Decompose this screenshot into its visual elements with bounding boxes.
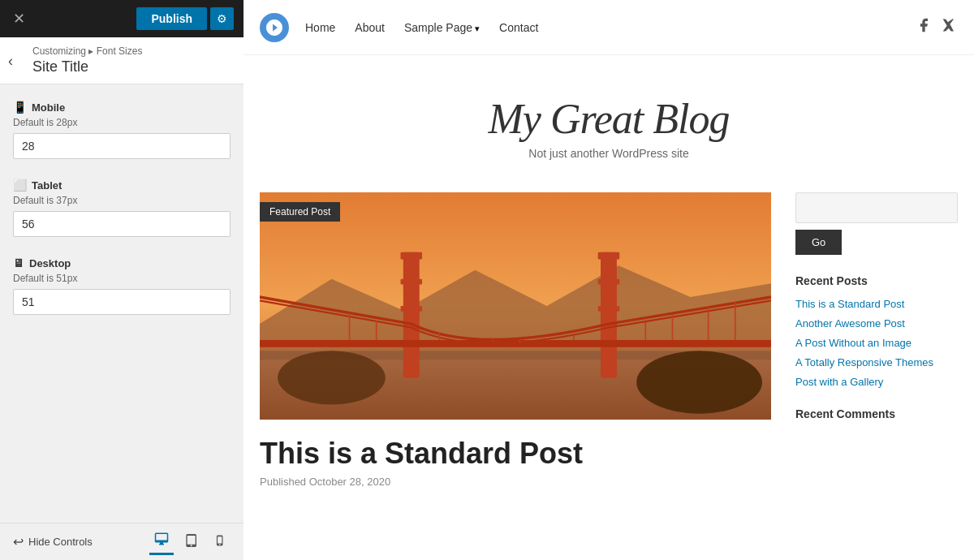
desktop-section: 🖥 Desktop Default is 51px bbox=[13, 256, 231, 315]
featured-image-wrapper: Featured Post bbox=[260, 192, 771, 420]
svg-rect-8 bbox=[598, 252, 620, 260]
close-button[interactable]: ✕ bbox=[10, 6, 28, 31]
publish-area: Publish ⚙ bbox=[136, 7, 234, 30]
list-item: A Post Without an Image bbox=[795, 336, 958, 349]
customizer-panel: ✕ Publish ⚙ ‹ Customizing ▸ Font Sizes S… bbox=[0, 0, 244, 560]
mobile-size-input[interactable] bbox=[13, 133, 231, 159]
bridge-image bbox=[260, 192, 771, 420]
recent-posts-title: Recent Posts bbox=[795, 274, 958, 287]
svg-rect-4 bbox=[401, 252, 423, 260]
tablet-view-button[interactable] bbox=[180, 530, 203, 554]
recent-post-link-2[interactable]: Another Awesome Post bbox=[795, 317, 905, 330]
svg-rect-10 bbox=[598, 306, 620, 312]
hide-controls-label: Hide Controls bbox=[28, 536, 93, 548]
recent-comments-title: Recent Comments bbox=[795, 407, 958, 420]
tablet-icon: ⬜ bbox=[13, 179, 27, 192]
mobile-icon: 📱 bbox=[13, 101, 27, 114]
nav-home[interactable]: Home bbox=[305, 21, 335, 34]
list-item: This is a Standard Post bbox=[795, 297, 958, 310]
facebook-icon[interactable] bbox=[916, 17, 932, 37]
svg-rect-5 bbox=[401, 279, 423, 285]
svg-rect-3 bbox=[403, 252, 420, 378]
tablet-section: ⬜ Tablet Default is 37px bbox=[13, 179, 231, 237]
mobile-view-button[interactable] bbox=[209, 530, 231, 554]
svg-rect-11 bbox=[260, 340, 771, 347]
svg-rect-9 bbox=[598, 279, 620, 285]
circle-arrow-icon: ↩ bbox=[13, 534, 24, 549]
post-meta: Published October 28, 2020 bbox=[260, 476, 771, 488]
main-content: Featured Post bbox=[244, 192, 974, 517]
sidebar-search-input[interactable] bbox=[795, 192, 958, 223]
desktop-view-button[interactable] bbox=[149, 528, 174, 555]
nav-contact[interactable]: Contact bbox=[499, 21, 538, 34]
breadcrumb-arrow: ▸ bbox=[88, 45, 96, 57]
tablet-size-input[interactable] bbox=[13, 211, 231, 237]
list-item: Another Awesome Post bbox=[795, 317, 958, 330]
publish-button[interactable]: Publish bbox=[136, 7, 207, 30]
nav-social bbox=[916, 17, 958, 37]
social-x-icon[interactable] bbox=[942, 17, 958, 37]
svg-point-24 bbox=[278, 351, 386, 404]
tablet-text: Tablet bbox=[32, 179, 62, 192]
site-title: My Great Blog bbox=[260, 96, 958, 142]
bottom-bar: ↩ Hide Controls bbox=[0, 523, 244, 560]
breadcrumb-customizing: Customizing bbox=[32, 45, 86, 57]
section-title: Site Title bbox=[32, 58, 231, 75]
breadcrumb-sub: Font Sizes bbox=[97, 45, 143, 57]
nav-sample-page[interactable]: Sample Page bbox=[404, 21, 472, 34]
site-nav: Home About Sample Page Contact bbox=[244, 0, 974, 55]
list-item: Post with a Gallery bbox=[795, 375, 958, 388]
preview-area: Home About Sample Page Contact My Great … bbox=[244, 0, 974, 560]
recent-post-link-4[interactable]: A Totally Responsive Themes bbox=[795, 356, 933, 368]
sidebar: Go Recent Posts This is a Standard Post … bbox=[795, 192, 958, 501]
svg-point-25 bbox=[636, 351, 762, 413]
site-logo bbox=[260, 13, 289, 42]
content-primary: Featured Post bbox=[260, 192, 771, 501]
desktop-icon: 🖥 bbox=[13, 256, 24, 269]
breadcrumb-section: ‹ Customizing ▸ Font Sizes Site Title bbox=[0, 37, 244, 84]
top-bar: ✕ Publish ⚙ bbox=[0, 0, 244, 37]
gear-button[interactable]: ⚙ bbox=[210, 7, 234, 30]
desktop-text: Desktop bbox=[29, 257, 71, 269]
desktop-default: Default is 51px bbox=[13, 273, 231, 284]
recent-post-link-1[interactable]: This is a Standard Post bbox=[795, 298, 904, 310]
desktop-label: 🖥 Desktop bbox=[13, 256, 231, 269]
svg-rect-7 bbox=[601, 252, 617, 378]
svg-rect-6 bbox=[401, 306, 423, 312]
featured-image bbox=[260, 192, 771, 420]
site-header: My Great Blog Not just another WordPress… bbox=[244, 55, 974, 192]
breadcrumb: Customizing ▸ Font Sizes bbox=[32, 45, 231, 57]
hide-controls-button[interactable]: ↩ Hide Controls bbox=[13, 534, 93, 549]
recent-posts-list: This is a Standard Post Another Awesome … bbox=[795, 297, 958, 388]
device-icons bbox=[149, 528, 231, 555]
nav-links: Home About Sample Page Contact bbox=[305, 21, 538, 34]
post-title: This is a Standard Post bbox=[260, 436, 771, 471]
controls-area: 📱 Mobile Default is 28px ⬜ Tablet Defaul… bbox=[0, 84, 244, 523]
featured-badge: Featured Post bbox=[260, 202, 340, 222]
mobile-section: 📱 Mobile Default is 28px bbox=[13, 101, 231, 159]
recent-post-link-5[interactable]: Post with a Gallery bbox=[795, 376, 883, 388]
desktop-size-input[interactable] bbox=[13, 289, 231, 315]
back-button[interactable]: ‹ bbox=[8, 52, 13, 69]
go-button[interactable]: Go bbox=[795, 230, 842, 255]
recent-post-link-3[interactable]: A Post Without an Image bbox=[795, 337, 912, 349]
mobile-label: 📱 Mobile bbox=[13, 101, 231, 114]
tablet-label: ⬜ Tablet bbox=[13, 179, 231, 192]
list-item: A Totally Responsive Themes bbox=[795, 355, 958, 368]
mobile-default: Default is 28px bbox=[13, 117, 231, 128]
tablet-default: Default is 37px bbox=[13, 195, 231, 206]
mobile-text: Mobile bbox=[32, 101, 65, 114]
nav-about[interactable]: About bbox=[355, 21, 385, 34]
site-tagline: Not just another WordPress site bbox=[260, 147, 958, 160]
